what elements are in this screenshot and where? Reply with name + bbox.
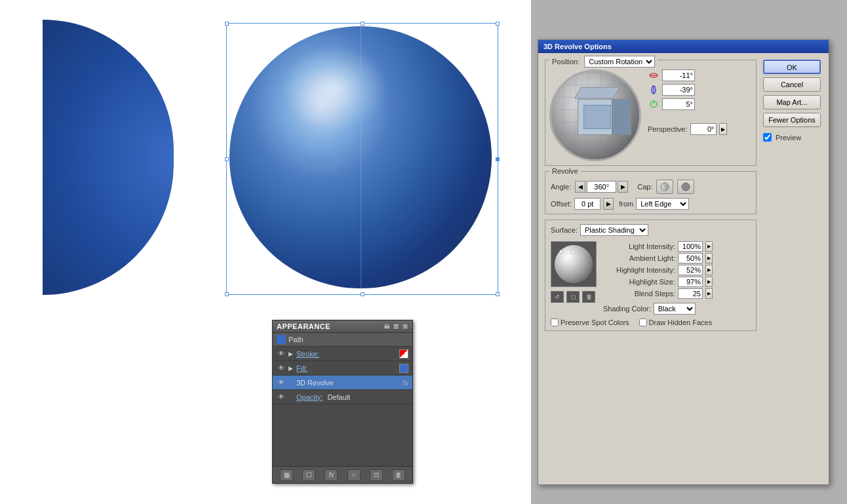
angle-stepper-right[interactable]: ▶ [618,181,628,193]
light-intensity-row: Light Intensity: ▶ [603,241,713,252]
surface-btn-1[interactable]: ↺ [551,291,564,303]
footer-btn-duplicate[interactable]: ⊡ [370,469,383,481]
handle-br[interactable] [496,292,500,296]
surface-bottom-icons: ↺ ◻ 🗑 [551,291,597,303]
footer-btn-circle[interactable]: ○ [347,469,361,481]
axis-line [361,26,361,288]
cube-preview [564,85,630,150]
blend-steps-stepper[interactable]: ▶ [705,288,713,299]
footer-btn-new[interactable]: ☐ [302,469,315,481]
dialog-content: Position: Custom Rotation [538,53,829,338]
panel-close-btn[interactable]: ✕ [402,323,408,330]
rotation-sphere-preview[interactable] [549,69,641,161]
footer-btn-fx[interactable]: fx [325,469,338,481]
dialog-title: 3D Revolve Options [543,43,612,50]
draw-hidden-checkbox[interactable] [639,319,647,326]
cap-label: Cap: [637,183,652,191]
cube-front [578,99,617,135]
stroke-visibility-icon[interactable]: 👁 [277,349,286,359]
sphere-container[interactable] [226,23,498,301]
path-row: Path [273,333,412,347]
fill-row[interactable]: 👁 ▶ Fill: [273,361,412,376]
light-intensity-stepper[interactable]: ▶ [705,241,713,252]
handle-tr[interactable] [496,22,500,26]
from-label: from [619,200,633,208]
3d-revolve-visibility-icon[interactable]: 👁 [277,378,286,387]
opacity-value: Default [327,393,350,401]
light-intensity-input[interactable] [678,241,703,252]
map-art-button[interactable]: Map Art... [763,95,821,109]
fewer-options-button[interactable]: Fewer Options [763,113,821,127]
ambient-light-label: Ambient Light: [603,254,675,262]
opacity-visibility-icon[interactable]: 👁 [277,393,286,402]
ok-button[interactable]: OK [763,60,821,74]
highlight-size-stepper[interactable]: ▶ [705,277,713,287]
canvas: ↖ APPEARANCE ◂◂ ☰ [0,0,531,504]
cube-top [574,87,620,99]
stroke-expand[interactable]: ▶ [288,351,295,357]
opacity-row[interactable]: 👁 Opacity: Default [273,390,412,404]
fill-swatch[interactable] [399,364,408,373]
stroke-swatch[interactable] [399,349,408,359]
light-handle-2[interactable] [571,250,575,254]
fill-link[interactable]: Fill: [296,364,307,372]
opacity-link[interactable]: Opacity: [296,393,323,401]
angle-stepper-left[interactable]: ◀ [575,181,585,193]
stroke-label: Stroke: [296,350,397,358]
perspective-label: Perspective: [648,125,688,133]
highlight-size-input[interactable] [678,277,703,287]
handle-bc[interactable] [361,292,364,296]
shading-color-dropdown[interactable]: Black Custom [654,303,696,315]
preview-checkbox[interactable] [763,133,772,142]
fill-visibility-icon[interactable]: 👁 [277,364,286,373]
rot-z-row [648,98,752,110]
perspective-input[interactable] [690,123,717,135]
rot-y-input[interactable] [662,84,695,96]
3d-revolve-row[interactable]: 👁 3D Revolve fx [273,376,412,390]
checkboxes-row: Preserve Spot Colors Draw Hidden Faces [551,319,751,326]
path-color-swatch [278,336,285,343]
offset-input[interactable] [574,198,601,210]
dialog-titlebar: 3D Revolve Options [538,40,829,53]
perspective-stepper[interactable]: ▶ [719,123,727,135]
handle-tc[interactable] [361,22,364,26]
offset-stepper[interactable]: ▶ [603,198,614,210]
cancel-button[interactable]: Cancel [763,77,821,92]
fill-expand[interactable]: ▶ [288,365,295,372]
handle-tl[interactable] [225,22,229,26]
panel-collapse-btn[interactable]: ◂◂ [384,323,390,330]
dialog-main-content: Position: Custom Rotation [545,60,757,331]
position-dropdown[interactable]: Custom Rotation [584,56,655,68]
footer-btn-layer[interactable]: ▦ [280,469,293,481]
rot-x-icon [648,69,660,81]
handle-bl[interactable] [225,292,229,296]
panel-footer: ▦ ☐ fx ○ ⊡ 🗑 [273,466,412,483]
footer-btn-delete[interactable]: 🗑 [392,469,405,481]
shading-color-label: Shading Color: [603,305,651,313]
surface-btn-2[interactable]: ◻ [566,291,580,303]
surface-btn-3[interactable]: 🗑 [582,291,595,303]
from-dropdown[interactable]: Left Edge Right Edge [636,198,689,210]
stroke-row[interactable]: 👁 ▶ Stroke: [273,347,412,361]
angle-input[interactable] [587,181,616,193]
preserve-spot-checkbox[interactable] [551,319,559,326]
highlight-intensity-stepper[interactable]: ▶ [705,265,713,275]
fx-icon: fx [403,379,408,387]
ambient-light-input[interactable] [678,253,703,263]
highlight-intensity-input[interactable] [678,265,703,275]
appearance-scroll[interactable]: 👁 ▶ Stroke: 👁 ▶ Fill: [273,347,412,465]
stroke-link[interactable]: Stroke: [296,350,319,358]
surface-preview-area: ↺ ◻ 🗑 [551,241,597,315]
handle-ml[interactable] [225,157,229,161]
cap-btn-1[interactable] [656,180,673,194]
cap-btn-2[interactable] [677,180,694,194]
rot-z-input[interactable] [662,98,695,110]
light-handle-1[interactable] [559,250,563,254]
3d-revolve-label: 3D Revolve [296,379,403,387]
blend-steps-input[interactable] [678,288,703,299]
panel-menu-btn[interactable]: ☰ [393,323,399,330]
surface-dropdown[interactable]: Plastic Shading Diffuse Shading No Shadi… [580,224,648,236]
rot-x-input[interactable] [662,69,695,81]
opacity-label: Opacity: Default [296,393,408,401]
ambient-light-stepper[interactable]: ▶ [705,253,713,263]
